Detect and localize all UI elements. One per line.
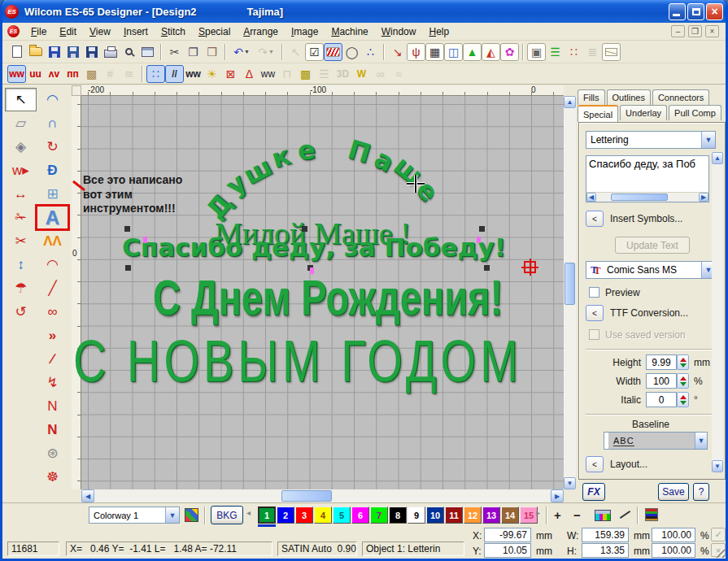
menu-insert[interactable]: Insert xyxy=(117,24,155,40)
layout-label[interactable]: Layout... xyxy=(610,459,647,470)
scroll-down-button[interactable]: ▼ xyxy=(564,477,576,489)
insert-symbols-expand-button[interactable]: < xyxy=(586,211,604,227)
lettering-text-input[interactable]: Спасибо деду, за Поб ◀ ▶ xyxy=(586,155,709,202)
envelope-warp-1-icon[interactable]: ∞ xyxy=(371,65,390,83)
shapes-tool-icon[interactable]: ◭ xyxy=(482,43,500,61)
scroll-left-button[interactable]: ◀ xyxy=(81,489,94,502)
menu-help[interactable]: Help xyxy=(422,24,456,40)
stitch-edit[interactable]: w▸ xyxy=(5,159,37,182)
use-saved-version-checkbox[interactable] xyxy=(589,329,599,340)
insert-image-icon[interactable]: ✿ xyxy=(500,43,519,61)
vscroll-thumb[interactable] xyxy=(565,263,575,305)
fractal-fill-icon[interactable]: Δ xyxy=(240,65,259,83)
run-stitch-tool[interactable]: » xyxy=(37,324,68,347)
mirror-c-tool[interactable]: ↻ xyxy=(37,135,68,159)
thread-colors-icon[interactable] xyxy=(595,510,611,521)
chevron-down-icon[interactable]: ▼ xyxy=(165,507,179,523)
scroll-right-button[interactable]: ▶ xyxy=(551,489,564,502)
closed-outline-icon[interactable]: ◯ xyxy=(342,43,361,61)
panel-scroll-up-button[interactable]: ▲ xyxy=(712,152,723,164)
polygon-select[interactable]: ▱ xyxy=(5,111,37,135)
auto-select-icon[interactable]: ↖ xyxy=(286,43,305,61)
close-button[interactable]: × xyxy=(706,3,723,20)
object-type-combobox[interactable]: Lettering▼ xyxy=(586,131,716,149)
palette-next-arrow[interactable]: ▸ xyxy=(536,508,540,517)
w-percent-field[interactable]: 100.00 xyxy=(652,528,695,542)
italic-spinner[interactable] xyxy=(677,392,689,407)
remove-color-button[interactable]: − xyxy=(573,508,581,522)
menu-edit[interactable]: Edit xyxy=(53,24,83,40)
color-swatch-8[interactable]: 8 xyxy=(389,507,407,524)
stitch-player-icon[interactable] xyxy=(138,43,157,61)
dome-tool[interactable]: ∩ xyxy=(37,111,68,135)
bkg-button[interactable]: BKG xyxy=(211,506,243,524)
width-field[interactable]: 100 xyxy=(646,373,677,389)
run-stitch-mode-icon[interactable]: ∴ xyxy=(361,43,380,61)
undo-icon[interactable]: ↶▼ xyxy=(229,43,254,61)
save-design-icon[interactable] xyxy=(45,43,63,61)
save-button[interactable]: Save xyxy=(658,483,689,501)
insert-design-icon[interactable] xyxy=(82,43,101,61)
copy-icon[interactable]: ❐ xyxy=(184,43,203,61)
menu-window[interactable]: Window xyxy=(375,24,423,40)
mdi-document-icon[interactable]: ES xyxy=(7,25,20,37)
color-swatch-2[interactable]: 2 xyxy=(277,507,294,524)
reshape-tool[interactable]: ◈ xyxy=(5,135,37,159)
stamp-tool[interactable]: ⊛ xyxy=(37,441,68,465)
contour-fill-icon[interactable]: ≋ xyxy=(120,65,138,83)
line-nodes-tool[interactable]: ╱ xyxy=(37,276,68,300)
arc-nodes-tool[interactable]: ◠ xyxy=(37,253,68,276)
cut-icon[interactable]: ✂ xyxy=(165,43,184,61)
needle-penetration-icon[interactable]: ψ xyxy=(407,43,425,61)
help-button[interactable]: ? xyxy=(693,483,709,501)
panel-scroll-down-button[interactable]: ▼ xyxy=(712,460,723,472)
color-swatch-15[interactable]: 15 xyxy=(520,507,538,524)
maximize-button[interactable] xyxy=(687,3,704,20)
redo-icon[interactable]: ↷▼ xyxy=(254,43,278,61)
add-color-button[interactable]: + xyxy=(554,508,561,522)
height-spinner[interactable] xyxy=(677,354,689,370)
tab-connectors[interactable]: Connectors xyxy=(652,89,709,105)
palette-prev-arrow[interactable]: ◂ xyxy=(246,508,251,517)
color-swatch-9[interactable]: 9 xyxy=(408,507,425,524)
x-field[interactable]: -99.67 xyxy=(484,528,531,542)
w-field[interactable]: 159.39 xyxy=(582,528,629,542)
pattern-fill-icon[interactable]: ▩ xyxy=(296,65,315,83)
chevron-down-icon[interactable]: ▼ xyxy=(695,433,707,449)
tab-outlines[interactable]: Outlines xyxy=(607,89,651,105)
update-text-button[interactable]: Update Text xyxy=(615,237,690,254)
panel-scrollbar[interactable]: ▲ ▼ xyxy=(712,152,723,472)
lettering-tool[interactable]: A xyxy=(37,206,68,229)
mdi-restore-button[interactable]: ❐ xyxy=(688,25,702,37)
u-shape-effect-icon[interactable]: ⊓ xyxy=(277,65,296,83)
layout-lines-icon[interactable]: ☰ xyxy=(315,65,333,83)
grid-toggle-icon[interactable]: ▦ xyxy=(425,43,444,61)
color-swatch-4[interactable]: 4 xyxy=(314,507,332,524)
color-blend-icon[interactable]: ☰ xyxy=(546,43,565,61)
stitch-cut[interactable]: ✁ xyxy=(5,206,37,229)
color-swatch-6[interactable]: 6 xyxy=(351,507,369,524)
print-preview-icon[interactable] xyxy=(120,43,138,61)
color-swatch-11[interactable]: 11 xyxy=(445,507,463,524)
color-swatch-14[interactable]: 14 xyxy=(501,507,519,524)
mirror-rotate-tool[interactable]: ↺ xyxy=(5,300,37,324)
satin-special-icon[interactable]: ww xyxy=(184,65,203,83)
scroll-up-button[interactable]: ▲ xyxy=(564,96,576,108)
hscroll-thumb[interactable] xyxy=(281,490,332,502)
tab-fills[interactable]: Fills xyxy=(578,89,605,105)
paste-icon[interactable]: ❒ xyxy=(203,43,221,61)
zigzag-tool[interactable]: ↯ xyxy=(37,371,68,394)
palette-icon[interactable] xyxy=(185,508,198,522)
ttf-conversion-label[interactable]: TTF Conversion... xyxy=(610,307,688,319)
mirror-d-tool[interactable]: Ð xyxy=(37,159,68,182)
h-field[interactable]: 13.35 xyxy=(582,543,629,558)
menu-image[interactable]: Image xyxy=(285,24,325,40)
color-swatch-5[interactable]: 5 xyxy=(333,507,351,524)
tab-underlay[interactable]: Underlay xyxy=(620,105,667,120)
fx-button[interactable]: FX xyxy=(582,483,605,501)
hoop-toggle-icon[interactable]: ◫ xyxy=(444,43,463,61)
scissors-tool[interactable]: ✂ xyxy=(5,229,37,253)
auto-underlay-icon[interactable]: ∷ xyxy=(146,65,165,83)
tatami-stitch-icon[interactable]: uu xyxy=(26,65,45,83)
boxed-x-effect-icon[interactable]: ⊠ xyxy=(221,65,240,83)
